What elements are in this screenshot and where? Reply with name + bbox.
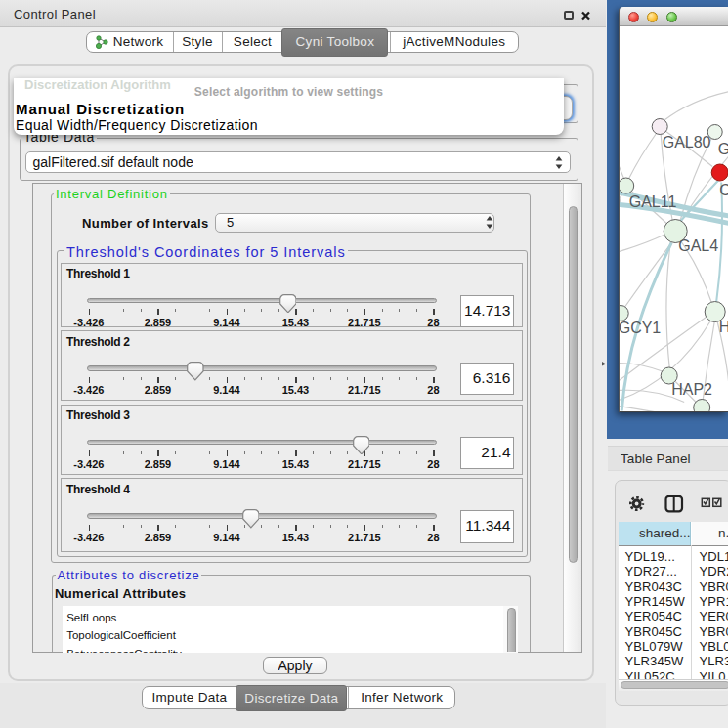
svg-text:CY: CY bbox=[719, 182, 728, 198]
svg-text:GAL80: GAL80 bbox=[662, 134, 710, 150]
svg-text:GAL11: GAL11 bbox=[628, 193, 676, 210]
svg-text:HI: HI bbox=[718, 319, 727, 335]
svg-text:HAP2: HAP2 bbox=[671, 381, 712, 398]
svg-text:GCY1: GCY1 bbox=[620, 320, 661, 336]
svg-text:GAL: GAL bbox=[717, 141, 727, 157]
svg-text:GAL4: GAL4 bbox=[678, 237, 718, 254]
